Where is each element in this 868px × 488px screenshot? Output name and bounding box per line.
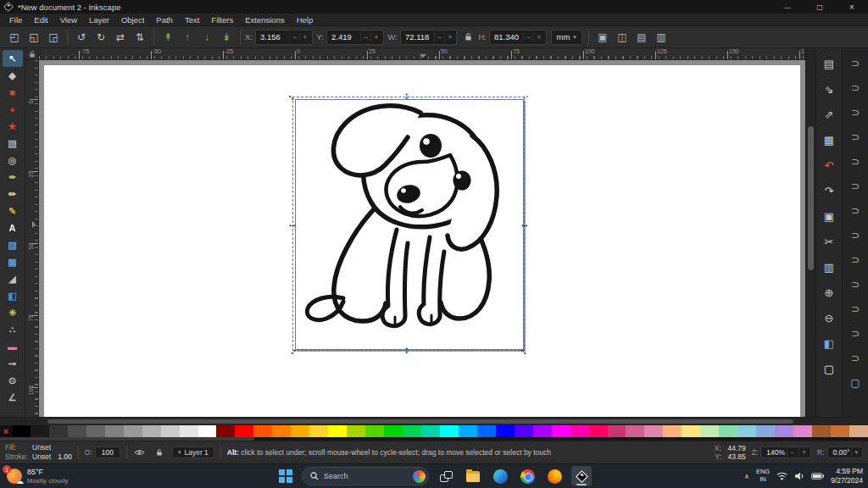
zoom-decrement[interactable]: −	[787, 448, 797, 457]
tool-button[interactable]: ▧	[3, 236, 23, 253]
color-swatch[interactable]	[756, 425, 775, 437]
color-swatch[interactable]	[365, 425, 384, 437]
color-swatch[interactable]	[700, 425, 719, 437]
tool-button[interactable]: ▧	[3, 135, 23, 152]
snap-toggle[interactable]: ⊃	[845, 346, 865, 370]
toolbar-icon[interactable]: ↻	[92, 29, 110, 46]
vertical-scrollbar[interactable]	[805, 48, 815, 417]
menu-item[interactable]: Extensions	[239, 15, 290, 25]
coordinate-field[interactable]: 81.340 − +	[489, 30, 547, 45]
color-swatch[interactable]	[515, 425, 533, 437]
decrement-button[interactable]: −	[523, 33, 533, 42]
snap-toggle[interactable]: ⊃	[845, 198, 865, 223]
tool-button[interactable]: ✏	[3, 186, 23, 202]
tool-button[interactable]: ⊙	[3, 372, 23, 389]
inkscape-taskbar-button[interactable]	[571, 466, 592, 486]
tool-button[interactable]: ●	[3, 101, 23, 118]
toolbar-icon[interactable]: ↡	[217, 29, 236, 46]
menu-item[interactable]: Edit	[28, 15, 53, 25]
vertical-ruler[interactable]: 0255075100	[25, 60, 39, 417]
field-value[interactable]: 81.340	[494, 32, 523, 42]
toolbar-icon[interactable]: ⇅	[131, 29, 149, 46]
command-button[interactable]: ▤	[819, 51, 839, 76]
tool-button[interactable]: A	[3, 219, 23, 236]
minimize-button[interactable]: —	[771, 0, 804, 14]
color-swatch[interactable]	[49, 425, 68, 437]
edge-button[interactable]	[490, 466, 510, 486]
tool-button[interactable]: ◈	[3, 67, 23, 84]
layer-visibility-toggle[interactable]	[133, 449, 147, 456]
color-swatch[interactable]	[570, 425, 589, 437]
canvas[interactable]: ↔ ↔ ↔ ↔ ↔ ↔ ↔ ↔	[39, 60, 805, 417]
tool-button[interactable]: ◎	[3, 152, 23, 169]
toolbar-icon[interactable]: ◲	[44, 29, 63, 46]
unit-selector[interactable]: mm ▾	[551, 30, 582, 45]
scale-handle-left[interactable]: ↔	[287, 218, 298, 230]
snap-toggle[interactable]: ⊃	[845, 223, 865, 247]
menu-item[interactable]: View	[54, 15, 83, 25]
volume-icon[interactable]	[794, 472, 804, 480]
tool-button[interactable]: ⊸	[3, 355, 23, 372]
tool-button[interactable]: ◧	[3, 287, 23, 304]
file-explorer-button[interactable]	[463, 466, 483, 486]
command-button[interactable]: ⊖	[819, 305, 839, 330]
tool-button[interactable]: ▦	[3, 253, 23, 270]
toolbar-icon[interactable]: ↓	[198, 29, 216, 46]
snap-toggle[interactable]: ⊃	[845, 51, 865, 75]
color-swatch[interactable]	[86, 425, 105, 437]
command-button[interactable]: ✂	[819, 229, 839, 254]
color-swatch[interactable]	[142, 425, 161, 437]
tool-button[interactable]: ✒	[3, 169, 23, 186]
toolbar-icon[interactable]: ⇄	[111, 29, 130, 46]
color-swatch[interactable]	[272, 425, 291, 437]
horizontal-ruler[interactable]: -75-50-250255075100125150175	[39, 48, 805, 60]
color-swatch[interactable]	[589, 425, 608, 437]
color-swatch[interactable]	[198, 425, 217, 437]
menu-item[interactable]: Help	[291, 15, 320, 25]
opacity-field[interactable]: 100	[95, 446, 120, 458]
firefox-button[interactable]	[544, 466, 565, 486]
menu-item[interactable]: Filters	[205, 15, 239, 25]
tool-button[interactable]: ✳	[3, 304, 23, 321]
color-swatch[interactable]	[552, 425, 570, 437]
maximize-button[interactable]: ▢	[804, 0, 836, 14]
color-swatch[interactable]	[644, 425, 663, 437]
layer-selector[interactable]: ▾ Layer 1	[172, 446, 214, 458]
color-swatch[interactable]	[68, 425, 86, 437]
horizontal-scrollbar[interactable]	[39, 418, 805, 425]
color-swatch[interactable]	[180, 425, 198, 437]
command-button[interactable]: ▢	[819, 356, 839, 381]
tool-button[interactable]: ↖	[3, 50, 23, 67]
color-swatch[interactable]	[253, 425, 272, 437]
color-swatch[interactable]	[849, 425, 868, 437]
clock[interactable]: 4:59 PM 9/27/2024	[831, 467, 863, 485]
battery-icon[interactable]	[811, 473, 824, 480]
search-input[interactable]: Search	[302, 467, 429, 485]
tray-expand-chevron[interactable]: ∧	[744, 473, 749, 480]
snap-toggle[interactable]: ⊃	[845, 174, 865, 198]
color-swatch[interactable]	[737, 425, 756, 437]
tool-button[interactable]: ✎	[3, 202, 23, 219]
toolbar-icon[interactable]: ↟	[159, 29, 177, 46]
tool-button[interactable]: ◢	[3, 270, 23, 287]
command-button[interactable]: ↶	[819, 152, 839, 178]
color-swatch[interactable]	[403, 425, 421, 437]
no-color-swatch[interactable]: ×	[0, 425, 12, 437]
toolbar-toggle[interactable]: ◫	[613, 29, 632, 46]
command-button[interactable]: ▦	[819, 127, 839, 152]
menu-item[interactable]: File	[3, 15, 28, 25]
increment-button[interactable]: +	[370, 33, 381, 42]
color-swatch[interactable]	[105, 425, 124, 437]
color-swatch[interactable]	[328, 425, 347, 437]
color-swatch[interactable]	[459, 425, 477, 437]
scale-handle-bottom[interactable]: ↔	[403, 345, 415, 357]
color-swatch[interactable]	[31, 425, 49, 437]
snap-toggle[interactable]: ⊃	[845, 247, 865, 272]
scrollbar-thumb[interactable]	[47, 419, 793, 424]
wifi-icon[interactable]	[776, 472, 787, 480]
tool-button[interactable]: ■	[3, 84, 23, 101]
decrement-button[interactable]: −	[434, 33, 444, 42]
color-swatch[interactable]	[12, 425, 31, 437]
decrement-button[interactable]: −	[360, 33, 370, 42]
snap-toggle[interactable]: ▢	[845, 370, 865, 395]
